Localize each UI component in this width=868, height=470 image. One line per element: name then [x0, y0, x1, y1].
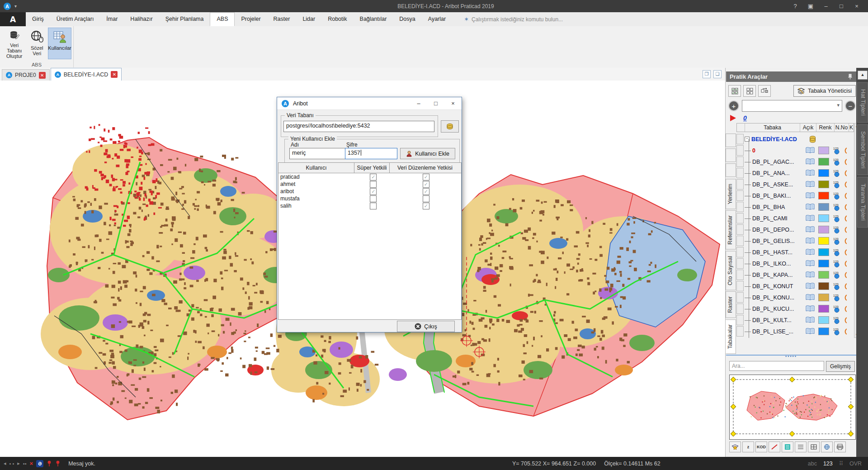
layer-number-button[interactable]: 123 [832, 316, 841, 324]
menu-tab-dosya[interactable]: Dosya [393, 12, 421, 26]
verbal-data-button[interactable]: Sözel Veri [28, 28, 47, 59]
layer-row-dbplkucu[interactable]: DB_PL_KUCU...123 [736, 303, 854, 314]
row-handle[interactable] [736, 190, 744, 201]
row-handle[interactable] [736, 145, 744, 156]
super-auth-checkbox[interactable] [370, 181, 377, 188]
new-document-icon[interactable]: ❐ [703, 70, 711, 78]
row-handle[interactable] [736, 304, 744, 314]
menu-tab-abs[interactable]: ABS [210, 12, 235, 26]
column-acik[interactable]: Açık [800, 123, 816, 132]
layer-name[interactable]: DB_PL_KULT... [752, 317, 806, 323]
layer-number-button[interactable]: 123 [832, 248, 841, 256]
row-handle[interactable] [736, 315, 744, 325]
expand-documents-icon[interactable]: ❏ [713, 70, 722, 78]
layer-filter-combobox[interactable]: ▾ [742, 100, 842, 112]
panel-tab-raster[interactable]: Raster [726, 291, 736, 318]
layer-number-button[interactable]: 123 [832, 226, 841, 233]
edit-auth-checkbox[interactable]: ✓ [423, 181, 429, 188]
marker-pin-icon-2[interactable] [55, 461, 61, 467]
aribot-status-icon[interactable]: Ə [36, 460, 43, 467]
panel-tab-oto-say-sal[interactable]: Oto Sayısal [726, 251, 736, 290]
name-field[interactable]: meriç [289, 148, 345, 159]
users-button[interactable]: Kullancılar [48, 28, 71, 59]
document-tab-proje0[interactable]: APROJE0✕ [2, 69, 50, 81]
layer-color-swatch[interactable] [818, 158, 829, 166]
exit-button[interactable]: Çıkış [397, 321, 455, 332]
layer-row-dbpllise[interactable]: DB_PL_LISE_...123 [736, 326, 854, 337]
user-row-mustafa[interactable]: mustafa [278, 195, 461, 202]
menu-tab-raster[interactable]: Raster [267, 12, 297, 26]
dialog-close-button[interactable]: × [444, 100, 462, 107]
layer-row-dbplagac[interactable]: DB_PL_AGAC...123 [736, 156, 854, 167]
super-auth-checkbox[interactable] [370, 203, 377, 209]
row-handle[interactable] [736, 134, 744, 144]
menu-tab-ayarlar[interactable]: Ayarlar [422, 12, 452, 26]
layer-row-dbplkult[interactable]: DB_PL_KULT...123 [736, 314, 854, 326]
row-handle[interactable] [736, 168, 744, 178]
column-tabaka[interactable]: Tabaka [745, 123, 800, 132]
super-auth-checkbox[interactable]: ✓ [370, 174, 377, 180]
column-renk[interactable]: Renk [816, 123, 835, 132]
close-document-icon[interactable]: ✕ [39, 72, 46, 79]
user-row-aribot[interactable]: aribot✓✓ [278, 188, 461, 195]
mode-123[interactable]: 123 [823, 461, 833, 467]
collapsed-tab-stub[interactable]: · [726, 133, 736, 147]
layer-number-button[interactable]: 123 [832, 271, 841, 279]
add-user-button[interactable]: Kullanıcı Ekle [400, 148, 455, 159]
layer-name[interactable]: DB_PL_KAPA... [752, 272, 806, 278]
layer-name[interactable]: DB_PL_KONU... [752, 294, 806, 301]
layer-row-dbplaske[interactable]: DB_PL_ASKE...123 [736, 179, 854, 190]
layer-star-icon[interactable] [729, 442, 741, 452]
layer-name[interactable]: DB_PL_DEPO... [752, 227, 806, 233]
layer-row-dbplbaki[interactable]: DB_PL_BAKI...123 [736, 190, 854, 201]
layer-color-swatch[interactable] [818, 294, 829, 301]
edit-auth-checkbox[interactable] [423, 195, 429, 202]
edit-auth-checkbox[interactable]: ✓ [423, 203, 429, 209]
column-user[interactable]: Kullanıcı [278, 163, 354, 173]
layer-color-swatch[interactable] [818, 248, 829, 256]
maximize-button[interactable]: □ [835, 3, 848, 9]
side-tab-tarama-tipleri[interactable]: Tarama Tipleri [857, 177, 868, 228]
pan-left-icon[interactable]: ◂ [4, 461, 6, 466]
row-handle[interactable] [736, 157, 744, 167]
layer-number-button[interactable]: 123 [832, 328, 841, 335]
layer-name[interactable]: DB_PL_HAST... [752, 249, 806, 256]
dialog-titlebar[interactable]: A Aribot – □ × [277, 97, 462, 110]
menu-tab-lidar[interactable]: Lidar [296, 12, 321, 26]
search-input[interactable]: Ara... [729, 361, 824, 371]
layer-number-button[interactable]: 123 [832, 260, 841, 267]
teal-sheet-icon[interactable] [782, 442, 793, 452]
layer-number-button[interactable]: 123 [832, 147, 841, 154]
select-all-layers-icon[interactable] [728, 85, 741, 97]
row-handle[interactable] [736, 292, 744, 303]
close-document-icon[interactable]: ✕ [111, 71, 118, 78]
layer-number-button[interactable]: 123 [832, 305, 841, 313]
collapsed-tab-stub[interactable]: · [726, 148, 736, 162]
layer-name[interactable]: DB_PL_ILKO... [752, 261, 806, 267]
super-auth-checkbox[interactable]: ✓ [370, 188, 377, 195]
menu-tab--retim-ara-lar-[interactable]: Üretim Araçları [50, 12, 100, 26]
swap-layers-icon[interactable] [758, 85, 771, 97]
layer-color-swatch[interactable] [818, 282, 829, 290]
row-handle[interactable] [736, 270, 744, 280]
layer-color-swatch[interactable] [818, 305, 829, 313]
app-menu-button[interactable]: A [0, 12, 26, 26]
clear-message-icon[interactable]: × [30, 460, 33, 467]
menu-tab-giri-[interactable]: Giriş [26, 12, 50, 26]
layer-name[interactable]: DB_PL_LISE_... [752, 328, 806, 335]
layer-color-swatch[interactable] [818, 192, 829, 199]
panel-toggle-button[interactable]: ▣ [804, 3, 817, 9]
kod-icon[interactable]: KOD [755, 442, 767, 452]
layer-color-swatch[interactable] [818, 237, 829, 245]
row-handle[interactable] [736, 213, 744, 223]
row-handle[interactable] [736, 258, 744, 269]
column-k[interactable]: K [849, 123, 854, 132]
layer-number-button[interactable]: 123 [832, 203, 841, 211]
column-super-auth[interactable]: Süper Yetkili [354, 163, 390, 173]
list-icon[interactable] [795, 442, 807, 452]
collapse-panel-button[interactable]: ▲ [858, 71, 868, 80]
menu-tab-halihaz-r[interactable]: Halihazır [124, 12, 159, 26]
menu-tab-robotik[interactable]: Robotik [321, 12, 353, 26]
layer-row-dbplana[interactable]: DB_PL_ANA...123 [736, 167, 854, 179]
globe-icon[interactable] [821, 442, 833, 452]
